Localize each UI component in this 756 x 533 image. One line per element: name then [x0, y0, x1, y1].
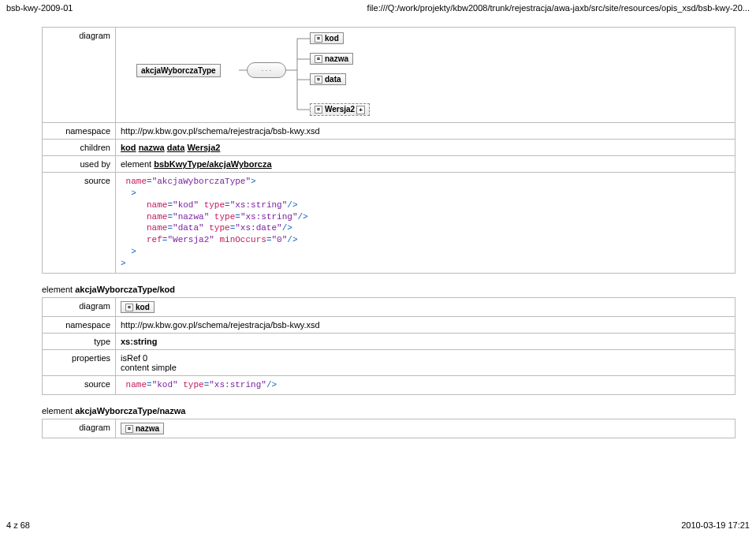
usedby-value: element bsbKwyType/akcjaWyborcza: [116, 156, 736, 173]
attr-corner-icon: ¤: [315, 35, 322, 43]
source-value: name="akcjaWyborczaType"> > name="kod" t…: [116, 173, 736, 274]
row-label-source: source: [43, 375, 116, 394]
diagram-leaf-nazwa: ¤nazwa: [121, 423, 164, 434]
element2-title: element akcjaWyborczaType/kod: [42, 285, 750, 294]
expand-icon[interactable]: +: [356, 106, 365, 114]
diagram-cell: ¤nazwa: [116, 419, 736, 438]
page-footer: 4 z 68 2010-03-19 17:21: [6, 520, 750, 530]
diagram-root: akcjaWyborczaType: [136, 64, 221, 77]
row-label-namespace: namespace: [43, 316, 116, 333]
diagram-leaf-nazwa: ¤nazwa: [310, 53, 353, 65]
child-link-kod[interactable]: kod: [121, 143, 136, 152]
diagram-leaf-kod: ¤kod: [121, 301, 155, 313]
source-value: name="kod" type="xs:string"/>: [116, 375, 736, 394]
diagram-leaf-kod: ¤kod: [310, 32, 344, 44]
diagram-cell: akcjaWyborczaType · · · ¤kod ¤nazwa ¤dat…: [116, 28, 736, 123]
namespace-value: http://pw.kbw.gov.pl/schema/rejestracja/…: [116, 123, 736, 140]
attr-corner-icon: ¤: [315, 106, 322, 114]
row-label-namespace: namespace: [43, 123, 116, 140]
row-label-diagram: diagram: [43, 419, 116, 438]
row-label-diagram: diagram: [43, 28, 116, 123]
attr-corner-icon: ¤: [315, 76, 322, 84]
element3-table: diagram ¤nazwa: [42, 419, 736, 438]
diagram-leaf-wersja2: ¤Wersja2+: [310, 103, 370, 116]
attr-corner-icon: ¤: [125, 304, 133, 311]
children-value: kod nazwa data Wersja2: [116, 140, 736, 156]
footer-left: 4 z 68: [6, 520, 30, 530]
child-link-data[interactable]: data: [167, 143, 185, 152]
namespace-value: http://pw.kbw.gov.pl/schema/rejestracja/…: [116, 316, 736, 333]
complextype-table: diagram akcjaWyborczaType · · · ¤kod: [42, 27, 736, 274]
attr-corner-icon: ¤: [315, 55, 322, 63]
row-label-source: source: [43, 173, 116, 274]
type-value: xs:string: [116, 333, 736, 349]
usedby-link[interactable]: bsbKwyType/akcjaWyborcza: [154, 159, 271, 169]
row-label-usedby: used by: [43, 156, 116, 173]
header-right: file:///Q:/work/projekty/kbw2008/trunk/r…: [367, 3, 750, 13]
sequence-icon: · · ·: [247, 62, 286, 78]
attr-corner-icon: ¤: [125, 425, 133, 433]
diagram-leaf-data: ¤data: [310, 73, 346, 85]
row-label-type: type: [43, 333, 116, 349]
child-link-nazwa[interactable]: nazwa: [139, 143, 165, 152]
footer-right: 2010-03-19 17:21: [681, 520, 750, 530]
header-left: bsb-kwy-2009-01: [6, 3, 73, 13]
element2-table: diagram ¤kod namespace http://pw.kbw.gov…: [42, 297, 736, 395]
element3-title: element akcjaWyborczaType/nazwa: [42, 406, 750, 416]
row-label-diagram: diagram: [43, 297, 116, 316]
row-label-properties: properties: [43, 349, 116, 375]
child-link-wersja2[interactable]: Wersja2: [187, 143, 220, 152]
page-header: bsb-kwy-2009-01 file:///Q:/work/projekty…: [6, 3, 750, 13]
properties-value: isRef 0 content simple: [116, 349, 736, 375]
row-label-children: children: [43, 140, 116, 156]
diagram-cell: ¤kod: [116, 297, 736, 316]
